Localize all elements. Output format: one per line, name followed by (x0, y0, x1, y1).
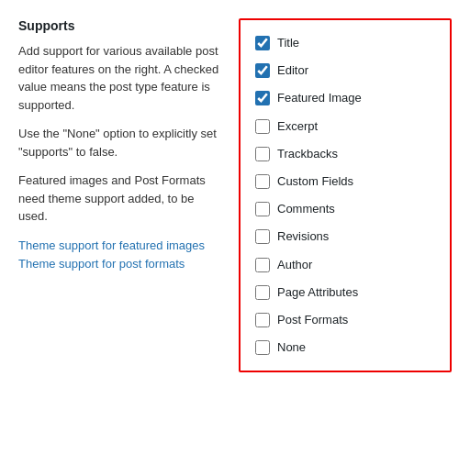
checkbox-item-custom-fields: Custom Fields (255, 168, 435, 195)
checkbox-label-editor[interactable]: Editor (277, 62, 308, 79)
featured-images-link[interactable]: Theme support for featured images (18, 237, 220, 256)
checkbox-label-revisions[interactable]: Revisions (277, 228, 329, 245)
post-formats-link[interactable]: Theme support for post formats (18, 255, 220, 274)
checkbox-page-attributes[interactable] (255, 285, 270, 300)
checkbox-item-revisions: Revisions (255, 223, 435, 250)
checkbox-label-trackbacks[interactable]: Trackbacks (277, 146, 338, 162)
checkbox-label-none[interactable]: None (277, 339, 306, 356)
checkbox-title[interactable] (255, 36, 270, 50)
supports-heading: Supports (18, 18, 220, 33)
checkbox-excerpt[interactable] (255, 119, 270, 134)
checkbox-item-post-formats: Post Formats (255, 306, 435, 334)
checkbox-comments[interactable] (255, 202, 270, 216)
checkbox-item-page-attributes: Page Attributes (255, 279, 435, 306)
checkbox-label-page-attributes[interactable]: Page Attributes (277, 284, 358, 301)
checkbox-item-featured-image: Featured Image (255, 84, 435, 112)
left-panel: Supports Add support for various availab… (18, 18, 220, 372)
checkbox-label-excerpt[interactable]: Excerpt (277, 118, 318, 135)
checkbox-item-excerpt: Excerpt (255, 113, 435, 140)
supports-section: Supports Add support for various availab… (18, 18, 452, 372)
checkbox-featured-image[interactable] (255, 91, 270, 105)
checkbox-label-custom-fields[interactable]: Custom Fields (277, 173, 353, 190)
checkbox-label-post-formats[interactable]: Post Formats (277, 312, 348, 328)
checkbox-item-comments: Comments (255, 195, 435, 223)
checkbox-editor[interactable] (255, 63, 270, 78)
checkbox-author[interactable] (255, 258, 270, 272)
checkbox-item-author: Author (255, 251, 435, 279)
checkbox-label-author[interactable]: Author (277, 257, 312, 273)
checkbox-custom-fields[interactable] (255, 174, 270, 189)
checkbox-item-none: None (255, 334, 435, 361)
checkbox-label-comments[interactable]: Comments (277, 201, 335, 217)
checkbox-label-featured-image[interactable]: Featured Image (277, 90, 362, 106)
checkbox-item-title: Title (255, 29, 435, 57)
checkbox-none[interactable] (255, 340, 270, 355)
checkbox-label-title[interactable]: Title (277, 35, 299, 51)
checkbox-post-formats[interactable] (255, 313, 270, 327)
checkbox-item-editor: Editor (255, 57, 435, 84)
checkbox-item-trackbacks: Trackbacks (255, 140, 435, 168)
checkbox-revisions[interactable] (255, 229, 270, 244)
description-1: Add support for various available post e… (18, 42, 220, 114)
checkboxes-panel: TitleEditorFeatured ImageExcerptTrackbac… (239, 18, 452, 372)
description-3: Featured images and Post Formats need th… (18, 172, 220, 226)
description-2: Use the "None" option to explicitly set … (18, 125, 220, 161)
checkbox-trackbacks[interactable] (255, 147, 270, 161)
